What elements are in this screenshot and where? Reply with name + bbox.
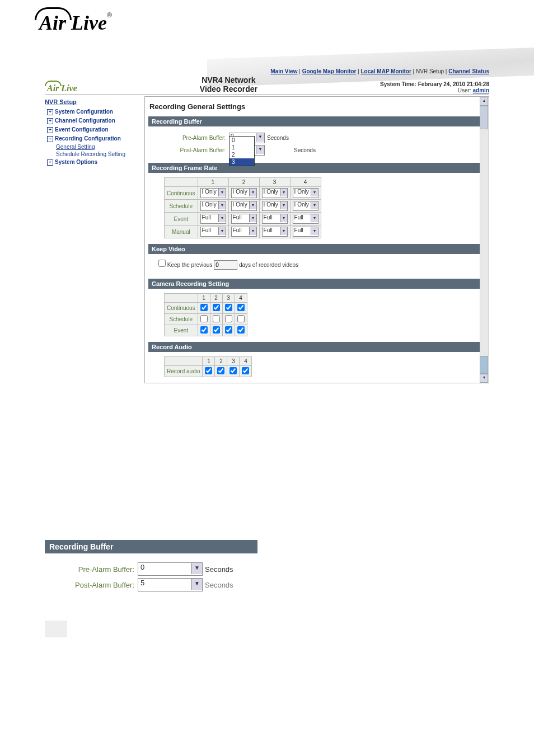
camera-checkbox[interactable]	[237, 315, 245, 322]
scrollbar[interactable]: ▴ ▾	[480, 97, 489, 383]
row-label: Manual	[165, 226, 198, 238]
detail-post-label: Post-Alarm Buffer:	[56, 581, 138, 589]
nav-nvr-setup[interactable]: NVR Setup	[416, 68, 444, 74]
detail-header: Recording Buffer	[45, 540, 257, 553]
camera-checkbox[interactable]	[225, 315, 232, 322]
chevron-down-icon[interactable]: ▾	[218, 201, 226, 209]
chevron-down-icon[interactable]: ▾	[280, 227, 287, 235]
camera-checkbox[interactable]	[200, 304, 208, 311]
camera-checkbox[interactable]	[213, 326, 220, 334]
keep-video-days-input[interactable]	[214, 260, 237, 270]
frame-rate-select[interactable]: Full▾	[231, 214, 257, 224]
frame-rate-select[interactable]: I Only▾	[262, 188, 288, 198]
audio-checkbox[interactable]	[242, 367, 249, 374]
chevron-down-icon[interactable]: ▾	[280, 189, 287, 196]
sidebar-item-channel-config[interactable]: +Channel Configuration	[45, 116, 144, 125]
audio-checkbox[interactable]	[217, 367, 224, 374]
frame-rate-select[interactable]: Full▾	[200, 227, 226, 237]
chevron-down-icon[interactable]: ▼	[191, 579, 202, 590]
chevron-down-icon[interactable]: ▾	[280, 214, 287, 222]
chevron-down-icon[interactable]: ▾	[280, 201, 287, 209]
seconds-unit: Seconds	[294, 147, 316, 153]
camera-checkbox[interactable]	[200, 326, 208, 334]
frame-rate-select[interactable]: I Only▾	[231, 201, 257, 211]
nav-local-map[interactable]: Local MAP Monitor	[360, 68, 411, 74]
detail-post-select[interactable]: 5 ▼	[138, 578, 203, 591]
frame-rate-select[interactable]: Full▾	[293, 214, 318, 224]
detail-pre-select[interactable]: 0 ▼	[138, 562, 203, 576]
frame-rate-select[interactable]: Full▾	[262, 214, 288, 224]
nav-google-map[interactable]: Google Map Monitor	[302, 68, 357, 74]
post-alarm-dropdown[interactable]: 0 1 2 3	[229, 136, 255, 166]
chevron-down-icon[interactable]: ▼	[256, 145, 264, 154]
audio-checkbox[interactable]	[205, 367, 212, 374]
camera-checkbox[interactable]	[237, 326, 245, 334]
frame-rate-select[interactable]: Full▾	[200, 214, 226, 224]
sidebar-subitem-schedule-setting[interactable]: Schedule Recording Setting	[45, 151, 144, 158]
dropdown-option[interactable]: 0	[229, 137, 254, 144]
scroll-down-icon[interactable]: ▾	[480, 374, 488, 383]
chevron-down-icon[interactable]: ▾	[218, 227, 226, 235]
expand-icon[interactable]: +	[47, 118, 53, 124]
sidebar-item-event-config[interactable]: +Event Configuration	[45, 125, 144, 134]
chevron-down-icon[interactable]: ▾	[311, 227, 318, 235]
user-indicator: User: admin	[380, 87, 489, 93]
chevron-down-icon[interactable]: ▾	[249, 201, 256, 209]
scroll-up-icon[interactable]: ▴	[480, 97, 488, 106]
placeholder-box	[45, 621, 67, 637]
expand-icon[interactable]: +	[47, 109, 53, 115]
keep-video-checkbox[interactable]	[158, 260, 166, 267]
sidebar-item-system-options[interactable]: +System Options	[45, 158, 144, 167]
camera-checkbox[interactable]	[213, 315, 220, 322]
sidebar-title[interactable]: NVR Setup	[45, 98, 77, 105]
scroll-thumb[interactable]	[480, 356, 488, 374]
mini-logo: Air Live	[45, 83, 77, 93]
col-header: 3	[227, 357, 240, 366]
frame-rate-select[interactable]: Full▾	[293, 227, 318, 237]
sidebar-item-recording-config[interactable]: −Recording Configuration	[45, 134, 144, 143]
page-title: Recording General Settings	[148, 100, 485, 113]
chevron-down-icon[interactable]: ▾	[249, 227, 256, 235]
chevron-down-icon[interactable]: ▾	[249, 189, 256, 196]
nav-channel-status[interactable]: Channel Status	[448, 68, 489, 74]
dropdown-option[interactable]: 1	[229, 144, 254, 151]
sidebar-item-system-config[interactable]: +System Configuration	[45, 107, 144, 116]
camera-checkbox[interactable]	[213, 304, 220, 311]
frame-rate-select[interactable]: Full▾	[262, 227, 288, 237]
chevron-down-icon[interactable]: ▼	[256, 133, 264, 142]
col-header: 2	[228, 178, 259, 187]
user-link[interactable]: admin	[473, 87, 489, 93]
frame-rate-select[interactable]: Full▾	[231, 227, 257, 237]
chevron-down-icon[interactable]: ▾	[311, 189, 318, 196]
chevron-down-icon[interactable]: ▼	[191, 563, 202, 574]
frame-rate-select[interactable]: I Only▾	[231, 188, 257, 198]
content-panel: Recording General Settings Recording Buf…	[144, 96, 489, 383]
section-recording-buffer: Recording Buffer	[148, 116, 485, 126]
chevron-down-icon[interactable]: ▾	[311, 201, 318, 209]
frame-rate-select[interactable]: I Only▾	[200, 201, 226, 211]
camera-checkbox[interactable]	[225, 304, 232, 311]
camera-checkbox[interactable]	[237, 304, 245, 311]
sidebar-subitem-general-setting[interactable]: General Setting	[45, 143, 144, 151]
brand-logo: Air Live®	[39, 12, 112, 34]
frame-rate-select[interactable]: I Only▾	[200, 188, 226, 198]
audio-checkbox[interactable]	[229, 367, 237, 374]
camera-checkbox[interactable]	[200, 315, 208, 322]
chevron-down-icon[interactable]: ▾	[249, 214, 256, 222]
dropdown-option[interactable]: 3	[229, 158, 254, 166]
frame-rate-select[interactable]: I Only▾	[293, 188, 318, 198]
frame-rate-select[interactable]: I Only▾	[262, 201, 288, 211]
scroll-thumb[interactable]	[480, 106, 488, 129]
chevron-down-icon[interactable]: ▾	[218, 214, 226, 222]
collapse-icon[interactable]: −	[47, 136, 53, 142]
frame-rate-select[interactable]: I Only▾	[293, 201, 318, 211]
chevron-down-icon[interactable]: ▾	[311, 214, 318, 222]
expand-icon[interactable]: +	[47, 159, 53, 166]
nav-main-view[interactable]: Main View	[270, 68, 297, 74]
frame-rate-table: 1 2 3 4 Continuous I Only▾ I Only▾ I Onl…	[164, 177, 321, 238]
camera-checkbox[interactable]	[225, 326, 232, 334]
camera-setting-table: 1 2 3 4 Continuous Schedule	[164, 293, 247, 336]
dropdown-option[interactable]: 2	[229, 151, 254, 158]
expand-icon[interactable]: +	[47, 127, 53, 133]
chevron-down-icon[interactable]: ▾	[218, 189, 226, 196]
